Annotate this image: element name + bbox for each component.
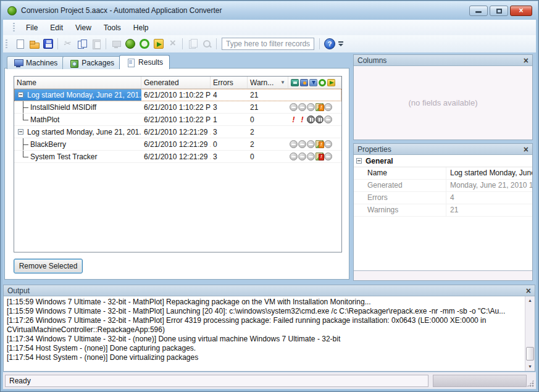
progress-bar (433, 375, 527, 387)
property-value: 4 (446, 192, 532, 204)
status-message: Ready (5, 375, 428, 387)
row-status-icons (288, 138, 341, 150)
collapse-expander-icon[interactable] (18, 92, 23, 98)
status-none-icon (298, 103, 306, 111)
maximize-icon (496, 9, 502, 14)
toolbar-grip[interactable] (6, 40, 7, 49)
property-label: Errors (354, 192, 446, 204)
log-line: [1:17:26 Windows 7 Ultimate - 32-bit - M… (7, 316, 521, 335)
remove-selected-button[interactable]: Remove Selected (14, 259, 83, 273)
scroll-up-icon[interactable]: ▲ (525, 296, 535, 305)
menu-tools[interactable]: Tools (98, 22, 127, 34)
search-button[interactable] (199, 37, 214, 51)
machines-icon (14, 59, 23, 67)
filter-dropdown-icon[interactable]: ▼ (280, 80, 285, 85)
menu-grip[interactable] (13, 23, 15, 32)
stop-button[interactable] (165, 37, 180, 51)
export-button[interactable] (151, 37, 165, 51)
toolbar-overflow-button[interactable] (337, 38, 345, 49)
output-scrollbar[interactable]: ▲ ▼ (525, 296, 535, 371)
filter-input[interactable] (222, 38, 314, 50)
column-header-name[interactable]: Name (14, 77, 141, 88)
output-panel-header[interactable]: Output × (4, 285, 535, 296)
menu-view[interactable]: View (69, 22, 98, 34)
scroll-down-icon[interactable]: ▼ (525, 362, 535, 371)
property-row[interactable]: Generated Monday, June 21, 2010 1:10 (354, 180, 532, 192)
tab-results-label: Results (138, 58, 163, 67)
save-button[interactable] (41, 37, 55, 51)
results-tab-page: Name Generated Errors Warn...▼ Log start… (4, 68, 349, 280)
row-status-icons (288, 89, 341, 101)
minimize-button[interactable] (469, 6, 488, 16)
paste-button[interactable] (89, 37, 103, 51)
column-header-errors[interactable]: Errors (211, 77, 248, 88)
tab-machines[interactable]: Machines (7, 56, 64, 69)
report-icon (188, 39, 198, 49)
status-none-icon (307, 152, 315, 161)
results-icon (126, 59, 135, 67)
maximize-button[interactable] (490, 6, 508, 16)
save-icon (43, 39, 53, 49)
property-row[interactable]: Name Log started Monday, June (354, 167, 532, 180)
output-log[interactable]: [1:15:59 Windows 7 Ultimate - 32-bit - M… (4, 296, 535, 371)
output-panel-title: Output (7, 286, 30, 295)
property-group-general[interactable]: General (354, 155, 532, 167)
row-status-icons (288, 114, 341, 125)
table-row[interactable]: Log started Monday, June 21, 201... 6/21… (14, 126, 341, 138)
refresh-button[interactable] (137, 37, 151, 51)
table-row[interactable]: Log started Monday, June 21, 201... 6/21… (14, 89, 341, 101)
property-row[interactable]: Warnings 21 (354, 204, 532, 217)
report-button[interactable] (185, 37, 199, 51)
title-bar[interactable]: Conversion Project 5.aacx - Automated Ap… (1, 1, 538, 20)
tab-packages[interactable]: Packages (62, 56, 121, 69)
collapse-expander-icon[interactable] (356, 158, 362, 164)
scrollbar-thumb[interactable] (526, 347, 534, 361)
menu-file[interactable]: File (20, 22, 44, 34)
stop-icon (168, 39, 178, 49)
row-warnings: 2 (248, 138, 288, 150)
tab-results[interactable]: Results (119, 55, 170, 69)
minimize-icon (475, 11, 482, 13)
resize-grip[interactable] (527, 380, 534, 387)
properties-panel-header[interactable]: Properties × (354, 144, 532, 155)
properties-panel-title: Properties (357, 145, 391, 154)
column-header-warnings[interactable]: Warn...▼ (248, 77, 288, 88)
close-icon[interactable]: × (526, 287, 531, 294)
export-icon (154, 39, 164, 49)
row-errors: 0 (211, 138, 248, 150)
status-paused-icon (307, 115, 315, 123)
close-icon[interactable]: × (524, 146, 529, 153)
open-button[interactable] (27, 37, 41, 51)
columns-panel-header[interactable]: Columns × (354, 55, 532, 66)
table-row[interactable]: BlackBerry 6/21/2010 12:21:29 ... 0 2 (14, 138, 341, 151)
tree-branch (19, 101, 30, 113)
app-icon (7, 6, 17, 15)
cut-button[interactable] (61, 37, 75, 51)
collapse-expander-icon[interactable] (18, 129, 23, 135)
close-button[interactable]: × (510, 6, 532, 16)
row-name: MathPlot (30, 115, 59, 124)
column-header-status-icons[interactable] (288, 77, 341, 88)
run-conversion-button[interactable] (123, 37, 137, 51)
property-row[interactable]: Errors 4 (354, 192, 532, 204)
menu-help[interactable]: Help (127, 22, 155, 34)
column-header-generated[interactable]: Generated (141, 77, 211, 88)
log-line: [1:17:54 Host System - (none)] Done capt… (7, 344, 521, 353)
help-button[interactable]: ? (324, 38, 335, 49)
menu-edit[interactable]: Edit (44, 22, 69, 34)
table-row[interactable]: InstallShield MSIDiff 6/21/2010 1:10:22 … (14, 101, 341, 114)
status-none-icon (307, 140, 315, 148)
row-name: Log started Monday, June 21, 201... (27, 91, 141, 99)
property-grid: General Name Log started Monday, June Ge… (354, 155, 532, 270)
close-icon[interactable]: × (524, 57, 529, 64)
log-line: [1:15:59 Windows 7 Ultimate - 32-bit - M… (7, 298, 521, 307)
log-line: [1:17:34 Windows 7 Ultimate - 32-bit - (… (7, 335, 521, 344)
virtual-machine-button[interactable] (109, 37, 123, 51)
status-none-icon (307, 103, 315, 111)
new-button[interactable] (12, 37, 27, 51)
property-label: Generated (354, 180, 446, 191)
status-bar: Ready (3, 372, 536, 389)
copy-button[interactable] (75, 37, 89, 51)
table-row[interactable]: MathPlot 6/21/2010 1:10:22 PM 1 0 (14, 114, 341, 126)
table-row[interactable]: System Test Tracker 6/21/2010 12:21:29 .… (14, 151, 341, 163)
